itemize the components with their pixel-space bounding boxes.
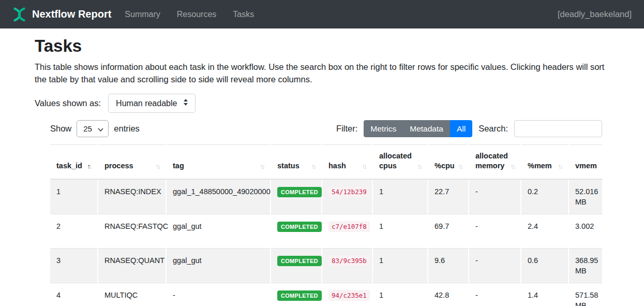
column-label: hash bbox=[328, 162, 346, 170]
sort-desc-arrow: ↓ bbox=[262, 162, 265, 171]
cell-task_id: 4 bbox=[50, 283, 98, 306]
status-badge: COMPLETED bbox=[277, 256, 322, 266]
filter-button-metadata[interactable]: Metadata bbox=[403, 120, 450, 137]
page-title: Tasks bbox=[35, 37, 609, 55]
cell-pct_mem: 0.6 bbox=[521, 249, 568, 283]
sort-icon: ↑↓ bbox=[417, 162, 423, 171]
nav-link-resources[interactable]: Resources bbox=[177, 10, 216, 19]
table-scroll-container[interactable]: task_id↑↓process↑↓tag↑↓status↑↓hash↑↓all… bbox=[50, 144, 602, 306]
sort-icon: ↑↓ bbox=[511, 162, 516, 171]
table-header-row: task_id↑↓process↑↓tag↑↓status↑↓hash↑↓all… bbox=[50, 145, 602, 180]
cell-allocated_cpus: 1 bbox=[372, 249, 428, 283]
column-header-process[interactable]: process↑↓ bbox=[98, 145, 166, 180]
cell-allocated_cpus: 1 bbox=[372, 214, 428, 249]
cell-tag: ggal_1_48850000_49020000 bbox=[166, 179, 271, 214]
sort-icon: ↑↓ bbox=[87, 162, 93, 171]
column-header-hash[interactable]: hash↑↓ bbox=[322, 145, 372, 180]
sort-icon: ↑↓ bbox=[362, 162, 368, 171]
column-header-tag[interactable]: tag↑↓ bbox=[166, 145, 271, 180]
cell-hash: 54/12b239 bbox=[322, 179, 372, 214]
filter-button-metrics[interactable]: Metrics bbox=[364, 120, 403, 137]
cell-allocated_memory: - bbox=[469, 214, 521, 249]
cell-tag: - bbox=[166, 283, 271, 306]
cell-vmem: 571.58 MB bbox=[568, 283, 602, 306]
cell-pct_mem: 2.4 bbox=[521, 214, 568, 249]
brand-link[interactable]: Nextflow Report bbox=[12, 7, 111, 22]
sort-icon: ↑↓ bbox=[458, 162, 464, 171]
page-length-select[interactable]: 25 bbox=[77, 120, 109, 137]
column-label: allocated memory bbox=[475, 152, 508, 170]
sort-desc-arrow: ↓ bbox=[419, 162, 423, 171]
task-hash: 83/9c395b bbox=[328, 255, 370, 266]
cell-process: MULTIQC bbox=[98, 283, 166, 306]
column-label: %mem bbox=[528, 162, 552, 170]
search-input[interactable] bbox=[514, 120, 602, 137]
sort-desc-arrow: ↓ bbox=[313, 162, 317, 171]
column-header-allocated_cpus[interactable]: allocated cpus↑↓ bbox=[372, 145, 428, 180]
column-header-vmem[interactable]: vmem↑↓ bbox=[568, 145, 602, 180]
datatable-area: Show 25 entries Filter: MetricsMetadataA… bbox=[50, 120, 602, 306]
column-label: vmem bbox=[575, 162, 597, 170]
updown-caret-icon bbox=[183, 98, 188, 108]
column-header-task_id[interactable]: task_id↑↓ bbox=[50, 145, 98, 180]
sort-desc-arrow: ↓ bbox=[560, 162, 563, 171]
cell-pct_cpu: 22.7 bbox=[428, 179, 469, 214]
nav-link-tasks[interactable]: Tasks bbox=[233, 10, 254, 19]
column-header-allocated_memory[interactable]: allocated memory↑↓ bbox=[469, 145, 521, 180]
sort-desc-arrow: ↓ bbox=[89, 162, 93, 171]
values-shown-label: Values shown as: bbox=[35, 98, 101, 108]
status-badge: COMPLETED bbox=[277, 187, 322, 197]
page-length-value: 25 bbox=[83, 124, 92, 133]
nextflow-logo-icon bbox=[12, 7, 26, 22]
cell-status: COMPLETED bbox=[271, 179, 322, 214]
tasks-table: task_id↑↓process↑↓tag↑↓status↑↓hash↑↓all… bbox=[50, 144, 602, 306]
sort-desc-arrow: ↓ bbox=[364, 162, 367, 171]
sort-icon: ↑↓ bbox=[311, 162, 317, 171]
column-label: tag bbox=[173, 162, 184, 170]
cell-pct_mem: 0.2 bbox=[521, 179, 568, 214]
column-header-pct_mem[interactable]: %mem↑↓ bbox=[521, 145, 568, 180]
main-content: Tasks This table shows information about… bbox=[0, 28, 644, 306]
sort-desc-arrow: ↓ bbox=[157, 162, 161, 171]
cell-vmem: 368.95 MB bbox=[568, 249, 602, 283]
cell-process: RNASEQ:INDEX bbox=[98, 179, 166, 214]
table-row: 2RNASEQ:FASTQCggal_gutCOMPLETEDc7/e107f8… bbox=[50, 214, 602, 249]
cell-allocated_cpus: 1 bbox=[372, 179, 428, 214]
task-hash: 94/c235e1 bbox=[328, 290, 370, 301]
cell-allocated_memory: - bbox=[469, 179, 521, 214]
column-header-pct_cpu[interactable]: %cpu↑↓ bbox=[428, 145, 469, 180]
filter-search-controls: Filter: MetricsMetadataAll Search: bbox=[336, 120, 602, 137]
filter-label: Filter: bbox=[336, 124, 357, 134]
cell-vmem: 3.002 bbox=[568, 214, 602, 249]
sort-desc-arrow: ↓ bbox=[460, 162, 463, 171]
nav-link-summary[interactable]: Summary bbox=[125, 10, 160, 19]
cell-pct_mem: 1.4 bbox=[521, 283, 568, 306]
chevron-down-icon bbox=[98, 124, 103, 133]
column-header-status[interactable]: status↑↓ bbox=[271, 145, 322, 180]
cell-task_id: 1 bbox=[50, 179, 98, 214]
search-label: Search: bbox=[478, 124, 508, 134]
cell-status: COMPLETED bbox=[271, 249, 322, 283]
column-label: %cpu bbox=[435, 162, 455, 170]
cell-tag: ggal_gut bbox=[166, 249, 271, 283]
nav-links: SummaryResourcesTasks bbox=[125, 10, 254, 19]
filter-button-all[interactable]: All bbox=[450, 120, 472, 137]
cell-allocated_memory: - bbox=[469, 249, 521, 283]
sort-icon: ↑↓ bbox=[156, 162, 161, 171]
column-label: status bbox=[277, 162, 299, 170]
table-row: 3RNASEQ:QUANTggal_gutCOMPLETED83/9c395b1… bbox=[50, 249, 602, 283]
filter-button-group: MetricsMetadataAll bbox=[364, 120, 472, 137]
cell-pct_cpu: 9.6 bbox=[428, 249, 469, 283]
cell-hash: c7/e107f8 bbox=[322, 214, 372, 249]
cell-process: RNASEQ:FASTQC bbox=[98, 214, 166, 249]
values-shown-selected: Human readable bbox=[116, 99, 177, 108]
cell-allocated_memory: - bbox=[469, 283, 521, 306]
values-shown-select[interactable]: Human readable bbox=[108, 94, 196, 113]
cell-task_id: 2 bbox=[50, 214, 98, 249]
cell-vmem: 52.016 MB bbox=[568, 179, 602, 214]
cell-hash: 94/c235e1 bbox=[322, 283, 372, 306]
table-body: 1RNASEQ:INDEXggal_1_48850000_49020000COM… bbox=[50, 179, 602, 306]
cell-tag: ggal_gut bbox=[166, 214, 271, 249]
task-hash: 54/12b239 bbox=[328, 186, 370, 197]
cell-status: COMPLETED bbox=[271, 283, 322, 306]
